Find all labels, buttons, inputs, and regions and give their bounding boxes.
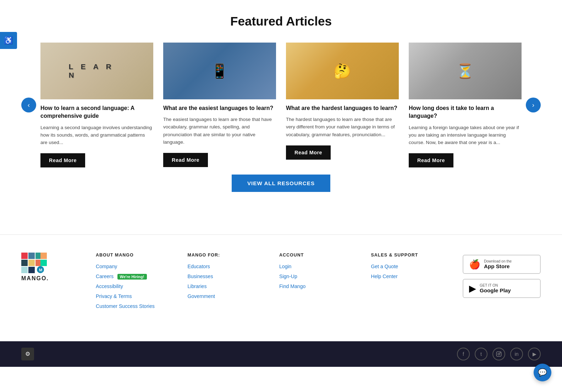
social-icons: f t in ▶ <box>457 348 541 360</box>
article-heading-4: How long does it take to learn a languag… <box>409 104 522 120</box>
footer-col-mango-for-heading: MANGO FOR: <box>188 253 269 258</box>
list-item-accessibility: Accessibility <box>96 283 177 289</box>
article-image-1 <box>40 43 153 99</box>
list-item-signup: Sign-Up <box>279 273 360 280</box>
svg-rect-0 <box>21 253 28 259</box>
svg-rect-9 <box>40 260 47 266</box>
google-play-icon: ▶ <box>469 283 476 294</box>
footer-col-account-heading: ACCOUNT <box>279 253 360 258</box>
footer-link-login[interactable]: Login <box>279 264 291 269</box>
footer-bottom-left: ⚙ <box>21 348 34 360</box>
article-card-1: How to learn a second language: A compre… <box>40 43 153 167</box>
featured-articles-title: Featured Articles <box>21 14 541 28</box>
article-excerpt-1: Learning a second language involves unde… <box>40 124 153 146</box>
list-item-get-quote: Get a Quote <box>371 263 452 270</box>
footer-col-about: ABOUT MANGO Company Careers We're Hiring… <box>96 253 177 313</box>
carousel-next-button[interactable]: › <box>526 98 541 112</box>
footer-bottom-bar: ⚙ f t in ▶ <box>0 341 562 367</box>
view-all-resources-button[interactable]: VIEW ALL RESOURCES <box>232 175 330 192</box>
apple-icon: 🍎 <box>469 259 480 270</box>
footer-col-sales-heading: SALES & SUPPORT <box>371 253 452 258</box>
read-more-button-2[interactable]: Read More <box>163 153 208 167</box>
svg-rect-7 <box>21 267 28 273</box>
article-excerpt-3: The hardest languages to learn are those… <box>286 116 399 138</box>
featured-articles-section: Featured Articles ‹ How to learn a secon… <box>0 0 562 234</box>
list-item-privacy: Privacy & Terms <box>96 293 177 299</box>
footer-col-about-list: Company Careers We're Hiring! Accessibil… <box>96 263 177 309</box>
read-more-button-1[interactable]: Read More <box>40 153 85 167</box>
article-excerpt-4: Learning a foreign language takes about … <box>409 124 522 146</box>
list-item-login: Login <box>279 263 360 270</box>
footer-link-get-quote[interactable]: Get a Quote <box>371 264 398 269</box>
svg-rect-5 <box>28 260 35 266</box>
articles-grid: How to learn a second language: A compre… <box>40 43 522 167</box>
cookie-settings-button[interactable]: ⚙ <box>21 348 34 360</box>
read-more-button-3[interactable]: Read More <box>286 145 331 160</box>
svg-point-13 <box>498 353 500 355</box>
list-item-success: Customer Success Stories <box>96 303 177 309</box>
article-heading-2: What are the easiest languages to learn? <box>163 104 276 112</box>
list-item-company: Company <box>96 263 177 270</box>
svg-rect-8 <box>28 267 35 273</box>
read-more-button-4[interactable]: Read More <box>409 153 453 167</box>
app-buttons: 🍎 Download on the App Store ▶ GET IT ON … <box>463 253 541 313</box>
article-image-2 <box>163 43 276 99</box>
article-card-2: What are the easiest languages to learn?… <box>163 43 276 167</box>
footer-link-educators[interactable]: Educators <box>188 264 210 269</box>
footer-link-libraries[interactable]: Libraries <box>188 283 207 289</box>
list-item-careers: Careers We're Hiring! <box>96 273 177 280</box>
instagram-icon[interactable] <box>492 348 505 360</box>
svg-point-14 <box>500 353 500 353</box>
svg-text:M: M <box>39 268 42 272</box>
footer-link-company[interactable]: Company <box>96 264 117 269</box>
footer-col-sales: SALES & SUPPORT Get a Quote Help Center <box>371 253 452 313</box>
carousel-wrapper: ‹ How to learn a second language: A comp… <box>21 43 541 167</box>
footer-col-sales-list: Get a Quote Help Center <box>371 263 452 280</box>
list-item-libraries: Libraries <box>188 283 269 289</box>
footer-logo: M MANGO. <box>21 253 85 313</box>
facebook-icon[interactable]: f <box>457 348 470 360</box>
footer-link-accessibility[interactable]: Accessibility <box>96 283 123 289</box>
svg-rect-3 <box>40 253 47 259</box>
app-store-button[interactable]: 🍎 Download on the App Store <box>463 255 541 274</box>
footer-col-mango-for: MANGO FOR: Educators Businesses Librarie… <box>188 253 269 313</box>
footer-link-businesses[interactable]: Businesses <box>188 274 213 279</box>
footer-link-government[interactable]: Government <box>188 293 215 299</box>
svg-rect-12 <box>496 352 501 356</box>
google-play-large-text: Google Play <box>480 287 511 293</box>
mango-logo-graphic: M <box>21 253 47 274</box>
article-image-4 <box>409 43 522 99</box>
footer-link-careers[interactable]: Careers <box>96 274 114 279</box>
footer-link-success[interactable]: Customer Success Stories <box>96 303 155 309</box>
google-play-small-text: GET IT ON <box>480 283 511 287</box>
youtube-icon[interactable]: ▶ <box>528 348 541 360</box>
google-play-button[interactable]: ▶ GET IT ON Google Play <box>463 279 541 298</box>
article-image-3 <box>286 43 399 99</box>
hiring-badge: We're Hiring! <box>117 274 147 280</box>
accessibility-button[interactable]: ♿ <box>0 32 17 49</box>
app-store-small-text: Download on the <box>484 259 512 263</box>
footer-col-about-heading: ABOUT MANGO <box>96 253 177 258</box>
article-heading-1: How to learn a second language: A compre… <box>40 104 153 120</box>
carousel-prev-button[interactable]: ‹ <box>21 98 36 112</box>
article-card-4: How long does it take to learn a languag… <box>409 43 522 167</box>
list-item-government: Government <box>188 293 269 299</box>
article-heading-3: What are the hardest languages to learn? <box>286 104 399 112</box>
footer-col-mango-for-list: Educators Businesses Libraries Governmen… <box>188 263 269 299</box>
article-card-3: What are the hardest languages to learn?… <box>286 43 399 167</box>
footer-link-signup[interactable]: Sign-Up <box>279 274 297 279</box>
footer-link-privacy[interactable]: Privacy & Terms <box>96 293 132 299</box>
svg-rect-1 <box>28 253 35 259</box>
footer-link-find-mango[interactable]: Find Mango <box>279 283 305 289</box>
article-excerpt-2: The easiest languages to learn are those… <box>163 116 276 145</box>
footer-main: M MANGO. ABOUT MANGO Company Careers We'… <box>21 253 541 313</box>
footer: M MANGO. ABOUT MANGO Company Careers We'… <box>0 234 562 341</box>
list-item-find-mango: Find Mango <box>279 283 360 289</box>
view-all-container: VIEW ALL RESOURCES <box>21 167 541 213</box>
linkedin-icon[interactable]: in <box>510 348 523 360</box>
footer-link-help-center[interactable]: Help Center <box>371 274 398 279</box>
footer-col-account-list: Login Sign-Up Find Mango <box>279 263 360 289</box>
list-item-help-center: Help Center <box>371 273 452 280</box>
footer-logo-text: MANGO. <box>21 275 49 282</box>
twitter-icon[interactable]: t <box>475 348 487 360</box>
